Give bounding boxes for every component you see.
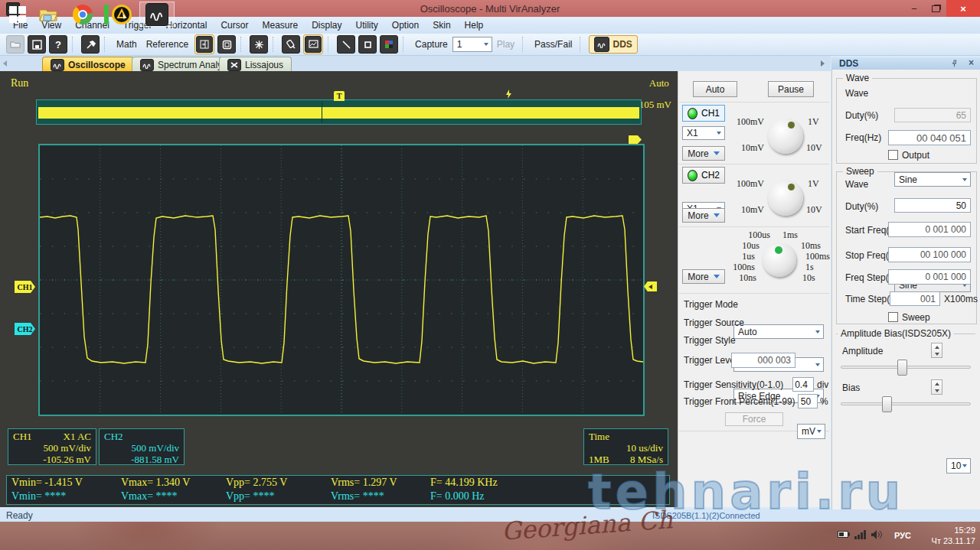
ch2-volt-knob[interactable] (768, 181, 803, 216)
restore-button[interactable] (925, 0, 946, 17)
status-device: ISDS205B(1.1)(2)Connected (652, 511, 760, 520)
ch1-enable-button[interactable]: CH1 (682, 105, 725, 122)
toolbar: ? Math Reference (0, 34, 980, 56)
network-signal-icon[interactable] (854, 530, 867, 539)
timebase-more-button[interactable]: More (682, 269, 725, 284)
sweep-step-input[interactable]: 0 001 000 (888, 269, 971, 285)
time-knob-label-1us: 1us (720, 251, 755, 262)
ch1-probe-select[interactable]: X1 (682, 126, 725, 140)
autoset-button[interactable] (81, 35, 100, 54)
trigger-front-input[interactable]: 50 (798, 394, 818, 408)
menu-option[interactable]: Option (385, 17, 426, 34)
play-button[interactable]: Play (497, 39, 514, 50)
menu-cursor[interactable]: Cursor (214, 17, 255, 34)
menu-display[interactable]: Display (305, 17, 348, 34)
sweep-time-input[interactable]: 001 (890, 291, 940, 306)
pin-icon[interactable] (951, 60, 959, 67)
chevron-down-icon (714, 151, 720, 155)
auto-button[interactable]: Auto (693, 81, 737, 97)
record-preview-bar[interactable] (36, 99, 642, 125)
line-style-button[interactable] (337, 35, 355, 54)
taskbar-oscilloscope-button[interactable] (139, 2, 175, 27)
sweep-duty-input[interactable]: 50 (894, 198, 971, 213)
display-window-button[interactable] (217, 35, 236, 54)
taskbar-logo-button[interactable] (102, 2, 134, 27)
menu-utility[interactable]: Utility (349, 17, 385, 34)
close-button[interactable]: × (946, 0, 980, 17)
trigger-position-marker[interactable]: T (334, 91, 345, 101)
sweep-checkbox-label: Sweep (902, 312, 930, 323)
save-button[interactable] (28, 35, 46, 54)
open-file-button[interactable] (6, 35, 24, 54)
dds-close-icon[interactable]: × (969, 57, 974, 68)
amplitude-select[interactable]: 10 (946, 458, 971, 474)
ch1-knob-label-1v: 1V (808, 116, 819, 128)
pause-button[interactable]: Pause (768, 81, 814, 97)
reference-button[interactable]: Reference (146, 39, 188, 50)
amplitude-slider-thumb[interactable] (897, 360, 907, 376)
sweep-stop-input[interactable]: 00 100 000 (888, 247, 971, 262)
folder-open-icon (10, 41, 21, 49)
tab-oscilloscope[interactable]: Oscilloscope (42, 57, 134, 72)
ch1-more-button[interactable]: More (682, 146, 725, 161)
ch2-info-scale: 500 mV/div (104, 442, 179, 454)
language-indicator[interactable]: РУС (894, 531, 911, 540)
probe-check-button[interactable] (282, 35, 300, 54)
center-waveform-button[interactable] (250, 35, 268, 54)
tab-lissajous[interactable]: Lissajous (219, 57, 292, 72)
dds-title: DDS (839, 58, 858, 69)
bias-slider-track[interactable] (841, 402, 971, 405)
ch2-more-button[interactable]: More (682, 208, 725, 223)
dds-freq-input[interactable]: 00 040 051 (888, 130, 971, 145)
start-button[interactable] (2, 2, 33, 27)
ch1-measurements: Vmin= -1.415 V Vmax= 1.340 V Vpp= 2.755 … (7, 476, 669, 490)
trigger-level-input[interactable]: 000 003 (731, 353, 795, 368)
force-button[interactable]: Force (725, 412, 783, 426)
bias-spinner[interactable] (931, 379, 942, 395)
sweep-checkbox[interactable] (888, 312, 898, 322)
panel-collapse-icon[interactable] (821, 60, 825, 67)
ch2-led-icon (688, 170, 697, 181)
menu-measure[interactable]: Measure (255, 17, 305, 34)
math-button[interactable]: Math (116, 39, 137, 50)
ch1-freq: F= 44.199 KHz (430, 477, 498, 489)
timebase-knob[interactable] (763, 243, 796, 277)
dds-duty-input[interactable]: 65 (894, 108, 971, 122)
clock[interactable]: 15:29 Чт 23.11.17 (923, 525, 975, 546)
screenshot-button[interactable] (303, 34, 323, 54)
trigger-level-unit-select[interactable]: mV (797, 424, 825, 439)
dds-output-checkbox[interactable] (888, 150, 898, 160)
probe-icon (286, 40, 296, 50)
ch2-enable-button[interactable]: CH2 (682, 167, 725, 184)
trigger-sensitivity-input[interactable]: 0.4 (792, 377, 814, 392)
sweep-start-input[interactable]: 0 001 000 (888, 222, 971, 237)
bias-slider-thumb[interactable] (882, 396, 892, 412)
panel-divider (679, 293, 829, 294)
speaker-icon[interactable] (871, 530, 883, 539)
ch2-vmax: Vmax= **** (121, 490, 226, 503)
ch2-vmin: Vmin= **** (11, 490, 121, 503)
restore-icon (932, 5, 940, 12)
taskbar-chrome-button[interactable] (67, 2, 98, 27)
menu-skin[interactable]: Skin (426, 17, 457, 34)
passfail-button[interactable]: Pass/Fail (534, 39, 572, 50)
stop-button[interactable] (358, 35, 377, 54)
battery-icon[interactable] (838, 530, 850, 539)
dds-toolbar-button[interactable]: DDS (589, 35, 637, 54)
color-settings-button[interactable] (380, 35, 398, 54)
menu-help[interactable]: Help (458, 17, 491, 34)
help-button[interactable]: ? (49, 35, 67, 54)
capture-count-select[interactable]: 1 (452, 37, 492, 52)
amplitude-spinner[interactable] (931, 343, 942, 358)
screenshot-icon (305, 36, 322, 53)
toolbar-separator (403, 37, 407, 52)
trigger-mode-select[interactable]: Auto (733, 324, 824, 339)
minimize-button[interactable]: − (903, 0, 925, 17)
panel-toggle-button[interactable] (194, 34, 214, 54)
toolbar-separator (522, 37, 527, 52)
toolbar-separator (240, 37, 245, 52)
ch1-volt-knob[interactable] (768, 119, 803, 154)
ch2-knob-label-10mv: 10mV (729, 204, 764, 216)
tab-scroll-left-icon[interactable] (3, 60, 7, 67)
taskbar-explorer-button[interactable] (31, 2, 65, 27)
